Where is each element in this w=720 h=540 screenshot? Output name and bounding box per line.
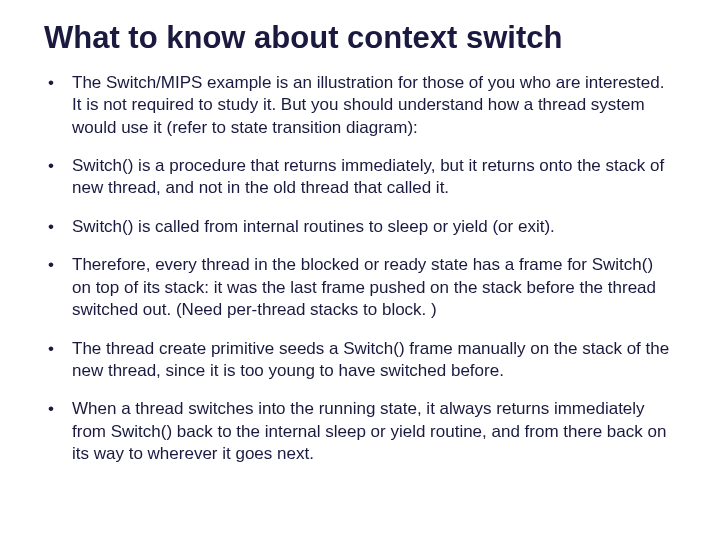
list-item: When a thread switches into the running … [44,398,676,465]
list-item: Switch() is called from internal routine… [44,216,676,238]
bullet-list: The Switch/MIPS example is an illustrati… [44,72,676,466]
list-item: The thread create primitive seeds a Swit… [44,338,676,383]
list-item: Switch() is a procedure that returns imm… [44,155,676,200]
slide-title: What to know about context switch [44,20,676,56]
list-item: Therefore, every thread in the blocked o… [44,254,676,321]
list-item: The Switch/MIPS example is an illustrati… [44,72,676,139]
slide: What to know about context switch The Sw… [0,0,720,540]
